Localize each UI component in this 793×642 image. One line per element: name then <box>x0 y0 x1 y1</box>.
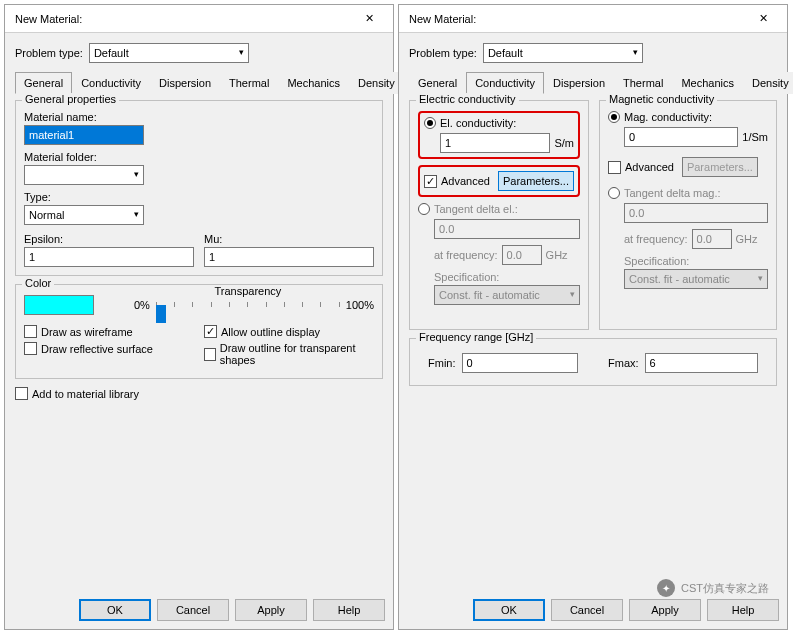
parameters-mag-button: Parameters... <box>682 157 758 177</box>
apply-button[interactable]: Apply <box>235 599 307 621</box>
group-legend: Electric conductivity <box>416 93 519 105</box>
type-label: Type: <box>24 191 374 203</box>
problem-type-select[interactable]: Default ▾ <box>89 43 249 63</box>
window-title: New Material: <box>405 13 745 25</box>
magnetic-conductivity-group: Magnetic conductivity Mag. conductivity:… <box>599 100 777 330</box>
highlight-box: ✓Advanced Parameters... <box>418 165 580 197</box>
mu-label: Mu: <box>204 233 374 245</box>
material-folder-select[interactable]: ▾ <box>24 165 144 185</box>
ok-button[interactable]: OK <box>473 599 545 621</box>
mag-conductivity-radio[interactable]: Mag. conductivity: <box>608 111 768 123</box>
tab-conductivity[interactable]: Conductivity <box>466 72 544 94</box>
cancel-button[interactable]: Cancel <box>551 599 623 621</box>
tab-thermal[interactable]: Thermal <box>220 72 278 94</box>
tab-general[interactable]: General <box>409 72 466 94</box>
wechat-icon: ✦ <box>657 579 675 597</box>
allow-outline-checkbox[interactable]: ✓Allow outline display <box>204 325 374 338</box>
slider-thumb[interactable] <box>156 305 166 323</box>
tab-dispersion[interactable]: Dispersion <box>150 72 220 94</box>
slider-max-label: 100% <box>346 299 374 311</box>
close-icon: ✕ <box>759 12 768 25</box>
slider-min-label: 0% <box>134 299 150 311</box>
close-button[interactable]: ✕ <box>351 8 387 30</box>
chevron-down-icon: ▾ <box>134 169 139 179</box>
tabstrip: General Conductivity Dispersion Thermal … <box>15 71 383 94</box>
cancel-button[interactable]: Cancel <box>157 599 229 621</box>
titlebar: New Material: ✕ <box>5 5 393 33</box>
help-button[interactable]: Help <box>313 599 385 621</box>
tab-density[interactable]: Density <box>743 72 793 94</box>
problem-type-label: Problem type: <box>15 47 83 59</box>
fmin-label: Fmin: <box>428 357 456 369</box>
close-button[interactable]: ✕ <box>745 8 781 30</box>
transparency-slider[interactable]: Transparency <box>156 295 340 315</box>
watermark: ✦CST仿真专家之路 <box>657 579 769 597</box>
help-button[interactable]: Help <box>707 599 779 621</box>
transparency-label: Transparency <box>156 285 340 297</box>
chevron-down-icon: ▾ <box>134 209 139 219</box>
window-title: New Material: <box>11 13 351 25</box>
material-name-label: Material name: <box>24 111 374 123</box>
tab-dispersion[interactable]: Dispersion <box>544 72 614 94</box>
material-name-input[interactable]: material1 <box>24 125 144 145</box>
problem-type-label: Problem type: <box>409 47 477 59</box>
button-row: OK Cancel Apply Help <box>5 591 393 629</box>
at-frequency-label: at frequency: <box>434 249 498 261</box>
tab-conductivity[interactable]: Conductivity <box>72 72 150 94</box>
tangent-delta-el-input: 0.0 <box>434 219 580 239</box>
chevron-down-icon: ▾ <box>633 47 638 57</box>
unit-label: 1/Sm <box>742 131 768 143</box>
dialog-conductivity: New Material: ✕ Problem type: Default ▾ … <box>398 4 788 630</box>
check-icon: ✓ <box>204 325 217 338</box>
tab-thermal[interactable]: Thermal <box>614 72 672 94</box>
highlight-box: El. conductivity: 1S/m <box>418 111 580 159</box>
tangent-delta-el-radio[interactable]: Tangent delta el.: <box>418 203 580 215</box>
chevron-down-icon: ▾ <box>239 47 244 57</box>
parameters-button[interactable]: Parameters... <box>498 171 574 191</box>
type-select[interactable]: Normal▾ <box>24 205 144 225</box>
dialog-general: New Material: ✕ Problem type: Default ▾ … <box>4 4 394 630</box>
problem-type-select[interactable]: Default ▾ <box>483 43 643 63</box>
unit-label: S/m <box>554 137 574 149</box>
color-swatch[interactable] <box>24 295 94 315</box>
specification-select: Const. fit - automatic▾ <box>434 285 580 305</box>
specification-mag-select: Const. fit - automatic▾ <box>624 269 768 289</box>
tangent-delta-mag-radio[interactable]: Tangent delta mag.: <box>608 187 768 199</box>
group-legend: Color <box>22 277 54 289</box>
specification-label: Specification: <box>434 271 580 283</box>
el-conductivity-radio[interactable]: El. conductivity: <box>424 117 574 129</box>
color-group: Color 0% Transparency 100% <box>15 284 383 379</box>
advanced-mag-checkbox[interactable]: Advanced <box>608 161 674 174</box>
group-legend: General properties <box>22 93 119 105</box>
epsilon-input[interactable]: 1 <box>24 247 194 267</box>
ok-button[interactable]: OK <box>79 599 151 621</box>
fmax-label: Fmax: <box>608 357 639 369</box>
mag-conductivity-input[interactable]: 0 <box>624 127 738 147</box>
reflective-checkbox[interactable]: Draw reflective surface <box>24 342 194 355</box>
el-conductivity-input[interactable]: 1 <box>440 133 550 153</box>
tab-density[interactable]: Density <box>349 72 404 94</box>
close-icon: ✕ <box>365 12 374 25</box>
tab-mechanics[interactable]: Mechanics <box>672 72 743 94</box>
tangent-delta-mag-input: 0.0 <box>624 203 768 223</box>
tab-general[interactable]: General <box>15 72 72 94</box>
mu-input[interactable]: 1 <box>204 247 374 267</box>
wireframe-checkbox[interactable]: Draw as wireframe <box>24 325 194 338</box>
frequency-range-group: Frequency range [GHz] Fmin:0 Fmax:6 <box>409 338 777 386</box>
tab-mechanics[interactable]: Mechanics <box>278 72 349 94</box>
add-to-library-checkbox[interactable]: Add to material library <box>15 387 383 400</box>
fmin-input[interactable]: 0 <box>462 353 579 373</box>
group-legend: Frequency range [GHz] <box>416 331 536 343</box>
apply-button[interactable]: Apply <box>629 599 701 621</box>
fmax-input[interactable]: 6 <box>645 353 758 373</box>
titlebar: New Material: ✕ <box>399 5 787 33</box>
general-properties-group: General properties Material name: materi… <box>15 100 383 276</box>
advanced-checkbox[interactable]: ✓Advanced <box>424 175 490 188</box>
at-frequency-input: 0.0 <box>502 245 542 265</box>
electric-conductivity-group: Electric conductivity El. conductivity: … <box>409 100 589 330</box>
outline-transparent-checkbox[interactable]: Draw outline for transparent shapes <box>204 342 374 366</box>
group-legend: Magnetic conductivity <box>606 93 717 105</box>
material-folder-label: Material folder: <box>24 151 374 163</box>
epsilon-label: Epsilon: <box>24 233 194 245</box>
